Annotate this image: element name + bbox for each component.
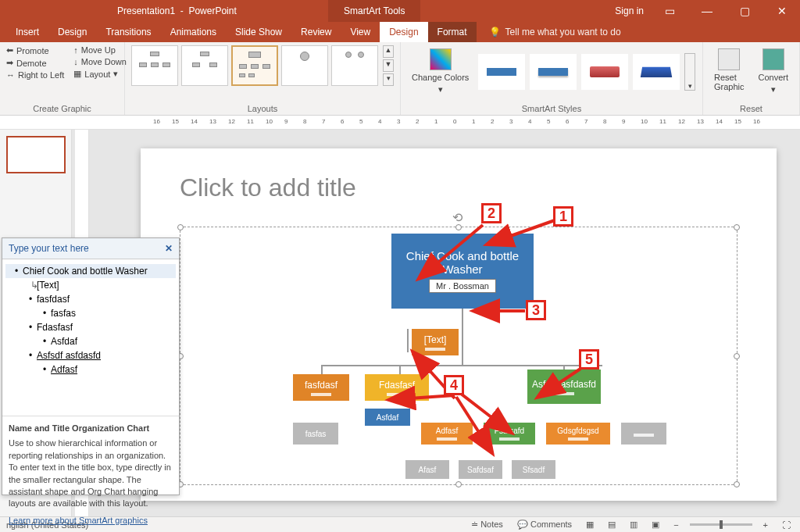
change-colors-button[interactable]: Change Colors ▾ xyxy=(407,45,473,98)
rtl-button[interactable]: ↔Right to Left xyxy=(6,70,64,80)
org-node[interactable]: fasfdasf xyxy=(293,374,349,401)
view-sorter-icon[interactable]: ▤ xyxy=(605,520,619,530)
minimize-icon[interactable]: — xyxy=(695,5,719,17)
style-4[interactable] xyxy=(633,54,680,90)
slide-canvas[interactable]: Click to add title ⟲ Chief Cook a xyxy=(141,148,777,501)
org-root-title: Chief Cook and bottle Washer xyxy=(395,249,530,276)
layout-description: Use to show hierarchical information or … xyxy=(9,438,171,508)
signin-link[interactable]: Sign in xyxy=(615,5,644,16)
comments-button[interactable]: 💬 Comments xyxy=(514,520,575,530)
org-node[interactable]: Asfsdf asfdasfd xyxy=(527,370,601,404)
tell-me[interactable]: 💡Tell me what you want to do xyxy=(489,27,621,37)
text-pane-item[interactable]: Fdasfasf xyxy=(5,320,176,334)
layout-option-3-selected[interactable] xyxy=(231,45,278,86)
titlebar: Presentation1 - PowerPoint SmartArt Tool… xyxy=(0,0,800,22)
layout-button[interactable]: ▦Layout ▾ xyxy=(73,69,127,79)
convert-icon xyxy=(762,48,784,70)
tab-animations[interactable]: Animations xyxy=(161,22,226,42)
layout-option-2[interactable] xyxy=(181,45,228,86)
org-node[interactable]: Safdsaf xyxy=(459,460,502,479)
text-pane-description: Name and Title Organization Chart Use to… xyxy=(2,416,179,532)
layouts-more[interactable]: ▾ xyxy=(383,73,394,86)
annotation-5: 5 xyxy=(579,349,599,370)
zoom-slider[interactable] xyxy=(690,523,752,526)
org-node[interactable]: fasfas xyxy=(293,423,338,445)
slide-thumbnail-1[interactable] xyxy=(6,136,66,173)
up-icon: ↑ xyxy=(73,45,78,55)
org-node[interactable] xyxy=(621,423,666,445)
org-root[interactable]: Chief Cook and bottle Washer Mr . Bossma… xyxy=(391,234,534,309)
tab-slideshow[interactable]: Slide Show xyxy=(226,22,291,42)
zoom-in-button[interactable]: + xyxy=(760,520,771,530)
view-normal-icon[interactable]: ▦ xyxy=(583,520,597,530)
movedown-button[interactable]: ↓Move Down xyxy=(73,57,127,66)
app-name: PowerPoint xyxy=(188,5,236,16)
text-pane-item[interactable]: Chief Cook and bottle Washer xyxy=(5,264,176,278)
colors-icon xyxy=(430,48,452,70)
tab-view[interactable]: View xyxy=(341,22,380,42)
org-root-name[interactable]: Mr . Bossman xyxy=(429,279,496,293)
horizontal-ruler: 1615141312111098765432101234567891011121… xyxy=(0,116,800,130)
promote-button[interactable]: ⬅Promote xyxy=(6,45,64,55)
rotate-handle-icon[interactable]: ⟲ xyxy=(452,210,465,223)
style-1[interactable] xyxy=(478,54,525,90)
text-pane-item[interactable]: Adfasf xyxy=(5,362,176,377)
tab-review[interactable]: Review xyxy=(291,22,341,42)
org-node[interactable]: Sfsadf xyxy=(512,460,555,479)
zoom-out-button[interactable]: − xyxy=(670,520,681,530)
tab-smartart-format[interactable]: Format xyxy=(428,22,477,42)
ribbon-tabs: Insert Design Transitions Animations Sli… xyxy=(0,22,800,42)
org-node[interactable]: Gdsgfdsgsd xyxy=(546,423,610,445)
org-node[interactable]: Asfdaf xyxy=(365,409,410,426)
tab-smartart-design[interactable]: Design xyxy=(380,22,427,42)
text-pane[interactable]: Type your text here ✕ Chief Cook and bot… xyxy=(2,237,180,495)
convert-button[interactable]: Convert ▾ xyxy=(753,45,793,98)
fit-to-window-icon[interactable]: ⛶ xyxy=(779,520,794,530)
text-pane-item[interactable]: Asfsdf asfdasfd xyxy=(5,348,176,362)
text-pane-title: Type your text here xyxy=(9,243,89,254)
text-pane-item[interactable]: fasfdasf xyxy=(5,292,176,306)
title-placeholder[interactable]: Click to add title xyxy=(180,164,738,211)
annotation-1: 1 xyxy=(553,206,573,227)
styles-more[interactable]: ▾ xyxy=(684,53,695,91)
demote-button[interactable]: ➡Demote xyxy=(6,58,64,68)
org-node[interactable]: Adfasf xyxy=(421,423,473,445)
moveup-button[interactable]: ↑Move Up xyxy=(73,45,127,55)
close-icon[interactable]: ✕ xyxy=(770,5,794,17)
org-node[interactable]: Fsafsafd xyxy=(484,423,535,445)
layout-option-5[interactable] xyxy=(331,45,378,86)
ribbon-options-icon[interactable]: ▭ xyxy=(658,5,681,17)
group-create-graphic: Create Graphic xyxy=(6,102,118,113)
bulb-icon: 💡 xyxy=(489,27,501,37)
org-assistant[interactable]: [Text] xyxy=(412,329,459,355)
notes-button[interactable]: ≐ Notes xyxy=(468,520,506,530)
tab-design[interactable]: Design xyxy=(48,22,96,42)
doc-title: Presentation1 xyxy=(117,5,175,16)
text-pane-item[interactable]: [Text] xyxy=(5,278,176,292)
text-pane-item[interactable]: Asfdaf xyxy=(5,334,176,348)
restore-icon[interactable]: ▢ xyxy=(733,5,756,17)
promote-icon: ⬅ xyxy=(6,45,13,55)
view-reading-icon[interactable]: ▥ xyxy=(627,520,641,530)
tab-insert[interactable]: Insert xyxy=(6,22,48,42)
text-pane-item[interactable]: fasfas xyxy=(5,306,176,320)
style-2[interactable] xyxy=(530,54,577,90)
style-3[interactable] xyxy=(581,54,628,90)
annotation-4: 4 xyxy=(444,375,464,395)
learn-more-link[interactable]: Learn more about SmartArt graphics xyxy=(9,515,148,527)
view-slideshow-icon[interactable]: ▣ xyxy=(648,520,662,530)
group-styles: SmartArt Styles xyxy=(407,102,696,113)
text-pane-list[interactable]: Chief Cook and bottle Washer [Text] fasf… xyxy=(2,259,179,416)
down-icon: ↓ xyxy=(73,57,78,66)
layout-option-4[interactable] xyxy=(281,45,328,86)
smartart-container[interactable]: ⟲ Chief Cook and bottle Washer Mr xyxy=(180,227,738,485)
layouts-scroll-down[interactable]: ▼ xyxy=(383,59,394,72)
layouts-scroll-up[interactable]: ▲ xyxy=(383,45,394,58)
layout-option-1[interactable] xyxy=(131,45,178,86)
text-pane-close-icon[interactable]: ✕ xyxy=(165,243,173,254)
reset-graphic-button[interactable]: Reset Graphic xyxy=(709,45,749,98)
group-layouts: Layouts xyxy=(131,102,394,113)
org-node[interactable]: Afasf xyxy=(405,460,449,479)
org-node[interactable]: Fdasfasf xyxy=(365,374,429,401)
tab-transitions[interactable]: Transitions xyxy=(96,22,160,42)
